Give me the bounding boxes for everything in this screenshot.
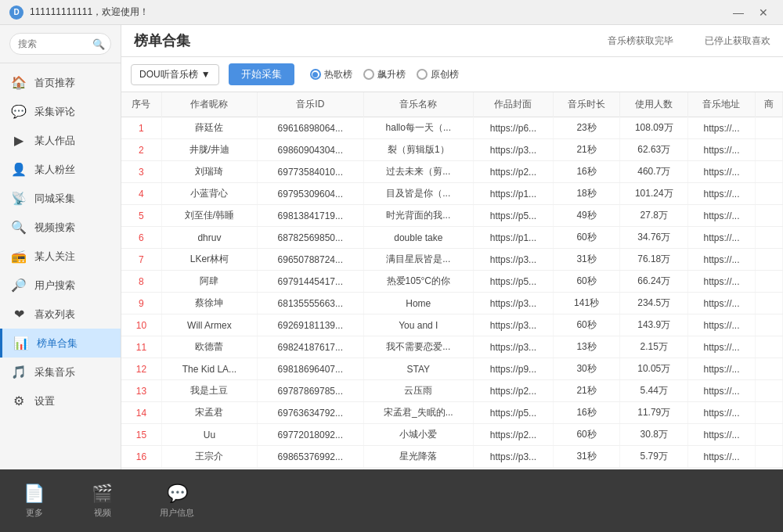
cell-0: 1	[121, 117, 161, 139]
col-header-序号: 序号	[121, 92, 161, 117]
more-bottom-label: 更多	[26, 507, 43, 519]
cell-3: 满目星辰皆是...	[363, 249, 474, 271]
sidebar-item-user-search[interactable]: 🔎 用户搜索	[0, 271, 121, 300]
cell-3: 我不需要恋爱...	[363, 336, 474, 358]
bottom-item-video[interactable]: 🎬 视频	[92, 483, 113, 519]
cell-6: 234.5万	[620, 293, 688, 315]
radio-original[interactable]: 原创榜	[417, 68, 459, 81]
cell-7: https://...	[688, 227, 756, 249]
sidebar-item-person-follow[interactable]: 📻 某人关注	[0, 242, 121, 271]
cell-8	[755, 358, 782, 380]
sidebar-item-label: 某人关注	[34, 250, 75, 264]
table-row[interactable]: 15Uu69772018092...小城小爱https://p2...60秒30…	[121, 424, 783, 446]
table-row[interactable]: 8阿肆69791445417...热爱105°C的你https://p5...6…	[121, 271, 783, 293]
sidebar-item-settings[interactable]: ⚙ 设置	[0, 386, 121, 415]
sidebar-item-homepage[interactable]: 🏠 首页推荐	[0, 68, 121, 97]
cell-1: 小蓝背心	[161, 183, 257, 205]
sidebar-item-person-fans[interactable]: 👤 某人粉丝	[0, 155, 121, 184]
table-row[interactable]: 7LKer林柯69650788724...满目星辰皆是...https://p3…	[121, 249, 783, 271]
table-row[interactable]: 1薛廷佐69616898064...hallo每一天（...https://p6…	[121, 117, 783, 139]
table-row[interactable]: 2井胧/井迪69860904304...裂（剪辑版1）https://p3...…	[121, 139, 783, 161]
table-row[interactable]: 11欧德蕾69824187617...我不需要恋爱...https://p3..…	[121, 336, 783, 358]
cell-8	[755, 205, 782, 227]
sidebar-item-label: 视频搜索	[34, 221, 75, 235]
col-header-作者昵称: 作者昵称	[161, 92, 257, 117]
cell-2: 69795309604...	[258, 183, 363, 205]
col-header-作品封面: 作品封面	[474, 92, 554, 117]
music-table-wrapper[interactable]: 序号作者昵称音乐ID音乐名称作品封面音乐时长使用人数音乐地址商 1薛廷佐6961…	[121, 92, 783, 469]
cell-0: 4	[121, 183, 161, 205]
cell-1: Uu	[161, 424, 257, 446]
cell-5: 16秒	[553, 402, 620, 424]
cell-2: 69772018092...	[258, 424, 363, 446]
col-header-使用人数: 使用人数	[620, 92, 688, 117]
cell-8	[755, 402, 782, 424]
cell-7: https://...	[688, 358, 756, 380]
person-fans-icon: 👤	[11, 162, 27, 177]
close-button[interactable]: ✕	[753, 5, 774, 20]
cell-8	[755, 161, 782, 183]
sidebar-item-collect-music[interactable]: 🎵 采集音乐	[0, 358, 121, 386]
sidebar-search-area: 🔍	[0, 25, 121, 63]
cell-3: 过去未来（剪...	[363, 161, 474, 183]
cell-0: 11	[121, 336, 161, 358]
table-row[interactable]: 12The Kid LA...69818696407...STAYhttps:/…	[121, 358, 783, 380]
cell-7: https://...	[688, 380, 756, 402]
radio-hot[interactable]: 热歌榜	[310, 68, 352, 81]
table-row[interactable]: 14宋孟君69763634792...宋孟君_失眠的...https://p5.…	[121, 402, 783, 424]
radio-label-original: 原创榜	[431, 68, 459, 81]
start-collect-button[interactable]: 开始采集	[229, 63, 294, 85]
cell-8	[755, 315, 782, 336]
cell-0: 15	[121, 424, 161, 446]
bottom-item-user-info[interactable]: 💬 用户信息	[160, 483, 194, 519]
sidebar-item-label: 某人粉丝	[34, 163, 75, 177]
cell-5: 31秒	[553, 249, 620, 271]
table-row[interactable]: 16王宗介69865376992...星光降落https://p3...31秒5…	[121, 446, 783, 468]
sidebar-item-video-search[interactable]: 🔍 视频搜索	[0, 213, 121, 242]
table-body: 1薛廷佐69616898064...hallo每一天（...https://p6…	[121, 117, 783, 470]
table-row[interactable]: 9蔡徐坤68135555663...Homehttps://p3...141秒2…	[121, 293, 783, 315]
more-bottom-icon: 📄	[23, 483, 45, 504]
sidebar-item-person-works[interactable]: ▶ 某人作品	[0, 126, 121, 155]
cell-7: https://...	[688, 205, 756, 227]
cell-0: 2	[121, 139, 161, 161]
cell-8	[755, 380, 782, 402]
table-row[interactable]: 5刘至佳/韩睡69813841719...时光背面的我...https://p5…	[121, 205, 783, 227]
cell-0: 7	[121, 249, 161, 271]
cell-7: https://...	[688, 139, 756, 161]
table-row[interactable]: 3刘瑞琦69773584010...过去未来（剪...https://p2...…	[121, 161, 783, 183]
chart-dropdown[interactable]: DOU听音乐榜 ▼	[131, 64, 219, 85]
cell-7: https://...	[688, 424, 756, 446]
table-row[interactable]: 10Will Armex69269181139...You and Ihttps…	[121, 315, 783, 336]
table-row[interactable]: 4小蓝背心69795309604...目及皆是你（...https://p1..…	[121, 183, 783, 205]
cell-2: 69787869785...	[258, 380, 363, 402]
cell-0: 14	[121, 402, 161, 424]
cell-1: Will Armex	[161, 315, 257, 336]
cell-1: 薛廷佐	[161, 117, 257, 139]
collect-music-icon: 🎵	[11, 365, 27, 379]
cell-2: 69865376992...	[258, 446, 363, 468]
cell-8	[755, 249, 782, 271]
minimize-button[interactable]: —	[728, 5, 749, 20]
search-icon: 🔍	[92, 38, 105, 50]
radio-rising[interactable]: 飙升榜	[363, 68, 406, 81]
cell-0: 12	[121, 358, 161, 380]
cell-3: 时光背面的我...	[363, 205, 474, 227]
cell-0: 10	[121, 315, 161, 336]
cell-2: 68135555663...	[258, 293, 363, 315]
cell-3: 宋孟君_失眠的...	[363, 402, 474, 424]
radio-circle-original	[417, 69, 428, 80]
cell-2: 69818696407...	[258, 358, 363, 380]
sidebar-item-collect-comment[interactable]: 💬 采集评论	[0, 97, 121, 126]
table-row[interactable]: 13我是土豆69787869785...云压雨https://p2...21秒5…	[121, 380, 783, 402]
sidebar-item-chart-list[interactable]: 📊 榜单合集	[0, 329, 121, 358]
table-row[interactable]: 6dhruv68782569850...double takehttps://p…	[121, 227, 783, 249]
cell-6: 62.63万	[620, 139, 688, 161]
bottom-item-more[interactable]: 📄 更多	[23, 483, 45, 519]
sidebar-item-favorites[interactable]: ❤ 喜欢列表	[0, 300, 121, 329]
toolbar: DOU听音乐榜 ▼ 开始采集 热歌榜 飙升榜 原创榜	[121, 57, 783, 92]
cell-6: 10.05万	[620, 358, 688, 380]
cell-3: 星光降落	[363, 446, 474, 468]
sidebar-item-local-collect[interactable]: 📡 同城采集	[0, 184, 121, 213]
cell-6: 108.09万	[620, 117, 688, 139]
